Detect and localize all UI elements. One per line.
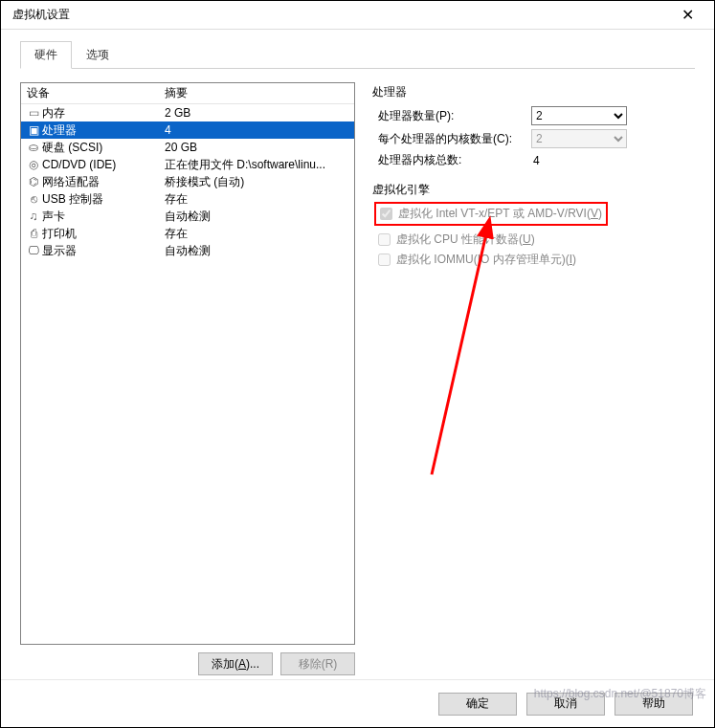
device-name: 声卡 — [42, 209, 165, 225]
device-summary: 存在 — [165, 226, 354, 242]
perf-label: 虚拟化 CPU 性能计数器(U) — [396, 232, 535, 248]
cpu-group: 处理器 处理器数量(P): 2 每个处理器的内核数量(C): 2 处 — [372, 84, 695, 168]
vt-label: 虚拟化 Intel VT-x/EPT 或 AMD-V/RVI(V) — [398, 206, 602, 222]
tab-bar: 硬件 选项 — [1, 30, 714, 69]
remove-button-label: 移除(R) — [299, 657, 338, 671]
cores-per-label: 每个处理器的内核数量(C): — [378, 131, 531, 147]
right-column: 处理器 处理器数量(P): 2 每个处理器的内核数量(C): 2 处 — [372, 82, 695, 675]
virt-group: 虚拟化引擎 虚拟化 Intel VT-x/EPT 或 AMD-V/RVI(V) … — [372, 182, 695, 270]
header-summary: 摘要 — [165, 85, 354, 101]
device-name: 内存 — [42, 105, 165, 121]
cores-per-row: 每个处理器的内核数量(C): 2 — [372, 129, 695, 148]
total-cores-row: 处理器内核总数: 4 — [372, 152, 695, 168]
add-button-label: 添加(A)... — [212, 657, 259, 671]
tab-hardware[interactable]: 硬件 — [20, 41, 72, 69]
sound-icon: ♫ — [25, 209, 42, 224]
total-cores-label: 处理器内核总数: — [378, 152, 531, 168]
help-button[interactable]: 帮助 — [614, 693, 693, 716]
vt-checkbox[interactable] — [380, 208, 392, 220]
cd-icon: ◎ — [25, 157, 42, 172]
device-name: 打印机 — [42, 226, 165, 242]
device-name: 处理器 — [42, 122, 165, 139]
proc-count-row: 处理器数量(P): 2 — [372, 106, 695, 125]
device-name: 显示器 — [42, 243, 165, 259]
device-row[interactable]: ◎CD/DVD (IDE)正在使用文件 D:\software\linu... — [21, 156, 354, 173]
ok-button[interactable]: 确定 — [438, 693, 517, 716]
title-bar: 虚拟机设置 ✕ — [1, 1, 714, 30]
device-row[interactable]: ⛀硬盘 (SCSI)20 GB — [21, 139, 354, 156]
iommu-label: 虚拟化 IOMMU(IO 内存管理单元)(I) — [396, 252, 576, 268]
device-summary: 2 GB — [165, 106, 354, 120]
device-row[interactable]: ⌬网络适配器桥接模式 (自动) — [21, 173, 354, 190]
device-row[interactable]: ♫声卡自动检测 — [21, 208, 354, 225]
proc-count-label: 处理器数量(P): — [378, 108, 531, 124]
usb-icon: ⎋ — [25, 191, 42, 207]
printer-icon: ⎙ — [25, 226, 42, 241]
device-list-header: 设备 摘要 — [21, 83, 354, 104]
vt-checkbox-row: 虚拟化 Intel VT-x/EPT 或 AMD-V/RVI(V) — [380, 206, 602, 222]
display-icon: 🖵 — [25, 243, 42, 258]
cancel-button[interactable]: 取消 — [526, 693, 605, 716]
content-area: 设备 摘要 ▭内存2 GB▣处理器4⛀硬盘 (SCSI)20 GB◎CD/DVD… — [1, 69, 714, 675]
iommu-checkbox-row: 虚拟化 IOMMU(IO 内存管理单元)(I) — [372, 250, 695, 270]
iommu-checkbox[interactable] — [378, 254, 391, 266]
device-name: 硬盘 (SCSI) — [42, 140, 165, 156]
device-summary: 20 GB — [165, 141, 354, 154]
left-column: 设备 摘要 ▭内存2 GB▣处理器4⛀硬盘 (SCSI)20 GB◎CD/DVD… — [20, 82, 355, 675]
device-summary: 桥接模式 (自动) — [165, 174, 354, 190]
remove-button[interactable]: 移除(R) — [280, 652, 355, 675]
device-row[interactable]: 🖵显示器自动检测 — [21, 242, 354, 259]
device-list-body: ▭内存2 GB▣处理器4⛀硬盘 (SCSI)20 GB◎CD/DVD (IDE)… — [21, 104, 354, 644]
device-summary: 自动检测 — [165, 243, 354, 259]
window-title: 虚拟机设置 — [12, 7, 668, 23]
device-summary: 存在 — [165, 191, 354, 208]
device-list: 设备 摘要 ▭内存2 GB▣处理器4⛀硬盘 (SCSI)20 GB◎CD/DVD… — [20, 82, 355, 645]
device-summary: 4 — [165, 123, 354, 137]
cores-per-select[interactable]: 2 — [531, 129, 627, 148]
perf-checkbox[interactable] — [378, 233, 391, 246]
device-summary: 正在使用文件 D:\software\linu... — [165, 157, 354, 173]
cpu-icon: ▣ — [25, 122, 42, 138]
device-row[interactable]: ⎋USB 控制器存在 — [21, 190, 354, 208]
header-device: 设备 — [21, 85, 165, 101]
total-cores-value: 4 — [531, 154, 695, 167]
cpu-group-title: 处理器 — [372, 84, 695, 100]
device-name: USB 控制器 — [42, 191, 165, 208]
device-row[interactable]: ▣处理器4 — [21, 121, 354, 139]
proc-count-select[interactable]: 2 — [531, 106, 627, 125]
memory-icon: ▭ — [25, 105, 42, 121]
device-summary: 自动检测 — [165, 209, 354, 225]
close-icon[interactable]: ✕ — [668, 6, 706, 24]
device-name: CD/DVD (IDE) — [42, 158, 165, 171]
device-buttons: 添加(A)... 移除(R) — [20, 645, 355, 675]
bottom-bar: 确定 取消 帮助 — [1, 679, 714, 727]
tab-options[interactable]: 选项 — [72, 41, 123, 69]
disk-icon: ⛀ — [25, 140, 42, 155]
add-button[interactable]: 添加(A)... — [198, 652, 273, 675]
device-name: 网络适配器 — [42, 174, 165, 190]
nic-icon: ⌬ — [25, 174, 42, 189]
device-row[interactable]: ⎙打印机存在 — [21, 225, 354, 242]
highlight-box: 虚拟化 Intel VT-x/EPT 或 AMD-V/RVI(V) — [374, 202, 608, 226]
device-row[interactable]: ▭内存2 GB — [21, 104, 354, 121]
virt-group-title: 虚拟化引擎 — [372, 182, 695, 198]
perf-checkbox-row: 虚拟化 CPU 性能计数器(U) — [372, 230, 695, 250]
